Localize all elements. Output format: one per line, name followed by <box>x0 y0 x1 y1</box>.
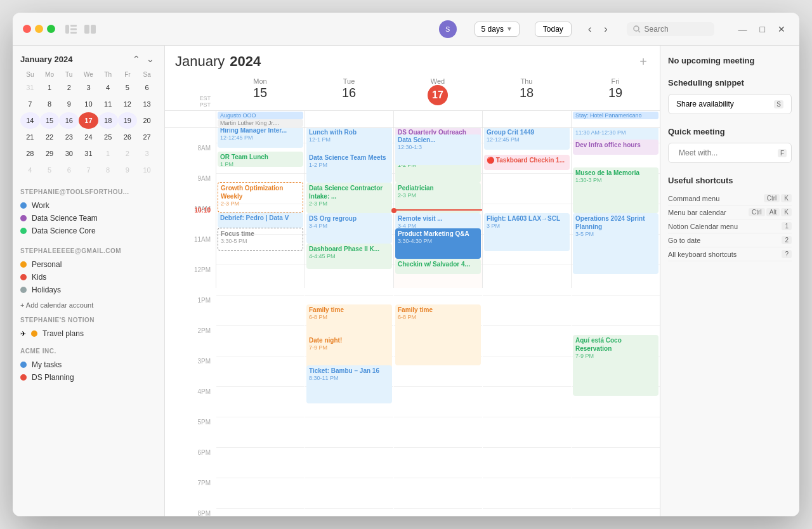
calendar-event[interactable]: Data Scien...12:30-1:3 <box>395 134 481 165</box>
mini-cal-day[interactable]: 2 <box>118 145 138 162</box>
close-button[interactable] <box>23 25 31 33</box>
mini-cal-day[interactable]: 9 <box>118 162 138 178</box>
calendar-event[interactable]: Group Crit 144912-12:45 PM <box>484 128 570 150</box>
calendar-item[interactable]: My tasks <box>20 358 157 371</box>
mini-cal-day[interactable]: 26 <box>118 129 138 145</box>
mini-cal-day[interactable]: 18 <box>98 112 118 129</box>
day-column[interactable]: Q4 results shareTools weekly sync9-9:45 … <box>216 128 304 288</box>
calendar-event[interactable]: Hiring Manager Inter...12-12:45 PM <box>218 128 303 148</box>
calendar-event[interactable]: Debrief: Pedro | Data V <box>218 212 303 228</box>
mini-cal-day[interactable]: 14 <box>20 112 40 129</box>
search-box[interactable] <box>627 22 714 36</box>
mini-cal-day[interactable]: 6 <box>137 79 157 96</box>
mini-cal-day[interactable]: 25 <box>98 129 118 145</box>
calendar-event[interactable]: 🔴 Taskboard Checkin 1... <box>484 155 570 170</box>
mini-cal-day[interactable]: 4 <box>98 79 118 96</box>
allday-event[interactable]: Martin Luther King Jr.... <box>218 119 303 127</box>
add-event-button[interactable]: + <box>637 55 650 69</box>
mini-cal-day[interactable]: 8 <box>98 162 118 178</box>
day-column[interactable]: Finish performance e...🔴 Dept Heads Upda… <box>393 128 482 288</box>
mini-cal-day[interactable]: 5 <box>40 162 60 178</box>
calendar-event[interactable]: Checkin w/ Salvador 4... <box>395 259 481 274</box>
mini-cal-day[interactable]: 16 <box>59 112 79 129</box>
mini-cal-day[interactable]: 20 <box>137 112 157 129</box>
mini-cal-day[interactable]: 22 <box>40 129 60 145</box>
mini-cal-day[interactable]: 19 <box>118 112 138 129</box>
calendar-item[interactable]: Personal <box>20 258 157 271</box>
mini-cal-day[interactable]: 13 <box>137 96 157 112</box>
calendar-event[interactable]: Operations 2024 Sprint Planning3-5 PM <box>573 213 658 274</box>
calendar-event[interactable]: Aquí está Coco Reservation7-9 PM <box>573 335 658 396</box>
mini-cal-day[interactable]: 5 <box>118 79 138 96</box>
mini-cal-day[interactable]: 27 <box>137 129 157 145</box>
mini-cal-day[interactable]: 24 <box>79 129 98 145</box>
calendar-item[interactable]: Kids <box>20 271 157 284</box>
layout-icon[interactable] <box>84 25 96 34</box>
mini-cal-day[interactable]: 4 <box>20 162 40 178</box>
calendar-event[interactable]: Flight: LA603 LAX→SCL3 PM <box>484 213 570 251</box>
calendar-event[interactable]: Data Science Contractor Intake: ...2-3 P… <box>306 183 392 213</box>
add-calendar-button[interactable]: + Add calendar account <box>20 301 157 309</box>
calendar-event[interactable]: Growth Optimization Weekly2-3 PM <box>218 182 303 212</box>
mini-cal-day[interactable]: 10 <box>79 96 98 112</box>
day-header[interactable]: Thu18 <box>482 77 571 110</box>
mini-cal-day[interactable]: 7 <box>20 96 40 112</box>
calendar-item[interactable]: Holidays <box>20 284 157 296</box>
mini-cal-day[interactable]: 17 <box>79 112 98 129</box>
calendar-event[interactable]: Product Marketing Q&A3:30-4:30 PM <box>395 228 481 259</box>
calendar-scroll[interactable]: 12AM1AM2AM3AM4AM5AM6AM7AM8AM9AM10AM11AM1… <box>165 128 660 516</box>
calendar-event[interactable]: Data Science Team Meets1-2 PM <box>306 152 392 183</box>
mini-cal-prev[interactable]: ⌃ <box>130 53 143 65</box>
calendar-event[interactable]: Ticket: Bambu – Jan 168:30-11 PM <box>306 365 392 403</box>
calendar-item[interactable]: Data Science Core <box>20 225 157 237</box>
mini-cal-day[interactable]: 10 <box>137 162 157 178</box>
next-arrow-button[interactable]: › <box>600 22 611 36</box>
day-column[interactable]: Santiago work trip!🔴 Performance review … <box>482 128 571 288</box>
day-header[interactable]: Mon15 <box>216 77 304 110</box>
mini-cal-day[interactable]: 30 <box>59 145 79 162</box>
day-header[interactable]: Fri19 <box>571 77 660 110</box>
calendar-event[interactable]: Museo de la Memoria1:30-3 PM <box>573 167 658 213</box>
mini-cal-day[interactable]: 3 <box>137 145 157 162</box>
quick-meet-box[interactable]: F <box>668 143 792 163</box>
mini-cal-day[interactable]: 29 <box>40 145 60 162</box>
allday-event[interactable]: Stay: Hotel Panamericano <box>573 112 658 119</box>
mini-cal-day[interactable]: 12 <box>118 96 138 112</box>
mini-cal-day[interactable]: 1 <box>98 145 118 162</box>
day-column[interactable]: DS Core Sprint Prep 1...Salvador / Steph… <box>571 128 660 288</box>
mini-cal-day[interactable]: 15 <box>40 112 60 129</box>
calendar-event[interactable]: Dashboard Phase II K...4-4:45 PM <box>306 244 392 269</box>
day-header[interactable]: Wed17 <box>393 77 482 110</box>
day-column[interactable]: Q4 results share8-9 AM8-9 AMOperations R… <box>304 128 393 288</box>
calendar-item[interactable]: Work <box>20 199 157 212</box>
day-header[interactable]: Tue16 <box>304 77 393 110</box>
avatar[interactable]: S <box>439 20 457 38</box>
calendar-event[interactable]: Focus time3:30-5 PM <box>218 228 303 251</box>
mini-cal-day[interactable]: 23 <box>59 129 79 145</box>
minimize-button[interactable] <box>35 25 43 33</box>
mini-cal-day[interactable]: 6 <box>59 162 79 178</box>
days-selector[interactable]: 5 days ▼ <box>475 22 520 37</box>
mini-cal-next[interactable]: ⌄ <box>144 53 157 65</box>
calendar-item[interactable]: DS Planning <box>20 371 157 384</box>
quick-meet-input[interactable] <box>679 148 774 157</box>
calendar-event[interactable]: Dev Infra office hours <box>573 140 658 155</box>
search-input[interactable] <box>645 25 708 34</box>
mini-cal-day[interactable]: 31 <box>20 79 40 96</box>
mini-cal-day[interactable]: 8 <box>40 96 60 112</box>
mini-cal-day[interactable]: 3 <box>79 79 98 96</box>
calendar-item[interactable]: ✈Travel plans <box>20 327 157 340</box>
sidebar-toggle-icon[interactable] <box>65 25 77 34</box>
mini-cal-day[interactable]: 1 <box>40 79 60 96</box>
mini-cal-day[interactable]: 9 <box>59 96 79 112</box>
calendar-event[interactable]: Family time6-8 PM <box>395 304 481 365</box>
window-minimize-button[interactable]: — <box>735 23 751 36</box>
mini-cal-day[interactable]: 2 <box>59 79 79 96</box>
calendar-item[interactable]: Data Science Team <box>20 212 157 225</box>
mini-cal-day[interactable]: 11 <box>98 96 118 112</box>
maximize-button[interactable] <box>47 25 55 33</box>
allday-event[interactable]: Augusto OOO <box>218 112 303 119</box>
calendar-event[interactable]: OR Team Lunch1 PM <box>218 152 303 167</box>
calendar-event[interactable]: Pediatrician2-3 PM <box>395 183 481 213</box>
mini-cal-day[interactable]: 31 <box>79 145 98 162</box>
